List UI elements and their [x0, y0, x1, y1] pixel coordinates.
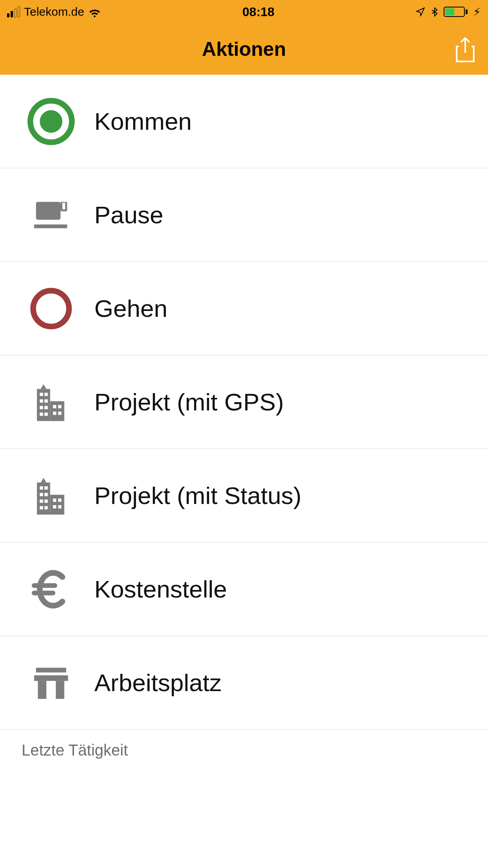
svg-rect-13: [44, 399, 48, 402]
action-kostenstelle[interactable]: Kostenstelle: [0, 542, 488, 636]
action-kommen[interactable]: Kommen: [0, 75, 488, 168]
svg-rect-28: [44, 493, 48, 496]
action-label: Projekt (mit Status): [94, 482, 301, 509]
svg-rect-26: [44, 486, 48, 489]
svg-rect-33: [53, 498, 56, 502]
status-left: Telekom.de: [7, 5, 101, 18]
svg-rect-31: [40, 506, 43, 509]
action-projekt-status[interactable]: Projekt (mit Status): [0, 449, 488, 542]
svg-marker-7: [41, 384, 46, 389]
actions-list: Kommen Pause Gehen: [0, 75, 488, 730]
svg-rect-14: [40, 406, 43, 409]
svg-rect-27: [40, 493, 43, 496]
svg-rect-32: [44, 506, 48, 509]
share-button[interactable]: [454, 36, 476, 63]
workplace-icon: [28, 659, 94, 706]
svg-rect-21: [58, 412, 61, 415]
status-right: ⚡︎: [415, 6, 481, 18]
svg-rect-30: [44, 499, 48, 502]
svg-rect-34: [58, 498, 61, 502]
page-title: Aktionen: [202, 38, 286, 61]
action-arbeitsplatz[interactable]: Arbeitsplatz: [0, 636, 488, 730]
nav-bar: Aktionen: [0, 24, 488, 75]
location-arrow-icon: [415, 7, 426, 17]
svg-rect-12: [40, 399, 43, 402]
svg-point-6: [33, 291, 69, 326]
svg-rect-39: [36, 668, 66, 672]
svg-rect-20: [53, 412, 56, 415]
svg-rect-5: [62, 202, 65, 209]
action-pause[interactable]: Pause: [0, 168, 488, 262]
svg-rect-40: [34, 675, 68, 680]
svg-rect-9: [50, 401, 64, 421]
action-projekt-gps[interactable]: Projekt (mit GPS): [0, 355, 488, 449]
svg-rect-36: [58, 505, 61, 508]
battery-icon: [444, 7, 468, 17]
svg-rect-4: [34, 224, 67, 228]
gehen-icon: [28, 285, 94, 332]
status-bar: Telekom.de 08:18 ⚡︎: [0, 0, 488, 24]
svg-rect-16: [40, 412, 43, 416]
action-label: Pause: [94, 201, 163, 229]
section-header-last-activity: Letzte Tätigkeit: [0, 730, 488, 771]
status-time: 08:18: [101, 5, 415, 19]
euro-icon: [28, 566, 94, 613]
svg-rect-35: [53, 505, 56, 508]
action-label: Kommen: [94, 107, 192, 135]
svg-rect-24: [50, 495, 64, 514]
action-label: Projekt (mit GPS): [94, 388, 284, 416]
svg-rect-25: [40, 486, 43, 489]
bluetooth-icon: [429, 7, 440, 17]
action-gehen[interactable]: Gehen: [0, 262, 488, 355]
svg-rect-8: [37, 389, 50, 421]
action-label: Arbeitsplatz: [94, 669, 222, 697]
wifi-icon: [88, 5, 101, 18]
building-icon: [28, 379, 94, 426]
svg-rect-23: [37, 482, 50, 515]
svg-rect-29: [40, 499, 43, 502]
svg-rect-2: [36, 202, 61, 220]
carrier-label: Telekom.de: [24, 5, 84, 18]
svg-point-1: [40, 110, 62, 133]
signal-strength-icon: [7, 6, 20, 17]
svg-rect-44: [47, 681, 55, 699]
kommen-icon: [28, 98, 94, 145]
svg-rect-19: [58, 405, 61, 408]
svg-rect-18: [53, 405, 56, 408]
svg-marker-22: [41, 478, 46, 482]
svg-rect-17: [44, 412, 48, 416]
svg-rect-15: [44, 406, 48, 409]
svg-rect-10: [40, 393, 43, 396]
building-icon: [28, 472, 94, 519]
action-label: Gehen: [94, 294, 167, 322]
pause-icon: [28, 191, 94, 239]
svg-rect-11: [44, 393, 48, 396]
charging-icon: ⚡︎: [473, 6, 481, 18]
action-label: Kostenstelle: [94, 575, 227, 603]
